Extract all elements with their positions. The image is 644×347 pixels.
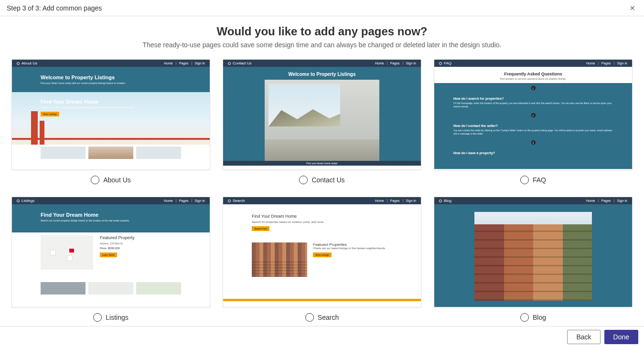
radio-icon <box>91 176 99 184</box>
template-option-listings[interactable]: Listings <box>11 313 210 322</box>
template-option-contact[interactable]: Contact Us <box>223 176 421 184</box>
template-option-blog[interactable]: Blog <box>434 313 633 322</box>
template-card-listings: Listings HomePagesSign in Find Your Drea… <box>11 197 210 324</box>
template-card-faq: FAQ HomePagesSign in Frequently Asked Qu… <box>434 59 633 186</box>
template-preview-contact[interactable]: Contact Us HomePagesSign in Welcome to P… <box>223 59 421 170</box>
done-button[interactable]: Done <box>604 330 638 344</box>
template-card-contact: Contact Us HomePagesSign in Welcome to P… <box>223 59 421 186</box>
radio-icon <box>305 313 314 322</box>
template-card-blog: Blog HomePagesSign in Blog <box>434 197 633 324</box>
template-label: Blog <box>533 314 546 321</box>
template-label: About Us <box>103 176 131 184</box>
template-option-faq[interactable]: FAQ <box>434 176 633 184</box>
close-icon[interactable]: ✕ <box>628 2 637 14</box>
template-option-about[interactable]: About Us <box>11 176 210 184</box>
page-subheading: These ready-to-use pages could save some… <box>11 41 633 49</box>
dialog-footer: Back Done <box>0 326 644 347</box>
template-preview-listings[interactable]: Listings HomePagesSign in Find Your Drea… <box>11 197 210 307</box>
radio-icon <box>299 176 308 184</box>
radio-icon <box>520 313 529 322</box>
dialog-content: Would you like to add any pages now? The… <box>0 16 644 326</box>
template-preview-about[interactable]: About Us HomePagesSign in Welcome to Pro… <box>11 59 210 170</box>
template-label: Listings <box>106 314 128 321</box>
dialog-header: Step 3 of 3: Add common pages ✕ <box>0 0 644 16</box>
template-card-about: About Us HomePagesSign in Welcome to Pro… <box>11 59 210 186</box>
step-title: Step 3 of 3: Add common pages <box>7 4 102 12</box>
page-templates-grid: About Us HomePagesSign in Welcome to Pro… <box>11 59 633 324</box>
template-preview-faq[interactable]: FAQ HomePagesSign in Frequently Asked Qu… <box>434 59 633 170</box>
back-button[interactable]: Back <box>567 330 600 344</box>
template-preview-blog[interactable]: Blog HomePagesSign in <box>434 197 633 307</box>
template-preview-search[interactable]: Search HomePagesSign in Find Your Dream … <box>223 197 421 307</box>
template-label: FAQ <box>533 176 546 184</box>
template-card-search: Search HomePagesSign in Find Your Dream … <box>223 197 421 324</box>
radio-icon <box>520 176 529 184</box>
template-label: Search <box>318 314 339 321</box>
page-heading: Would you like to add any pages now? <box>11 25 633 38</box>
template-option-search[interactable]: Search <box>223 313 421 322</box>
template-label: Contact Us <box>311 176 344 184</box>
radio-icon <box>93 313 102 322</box>
